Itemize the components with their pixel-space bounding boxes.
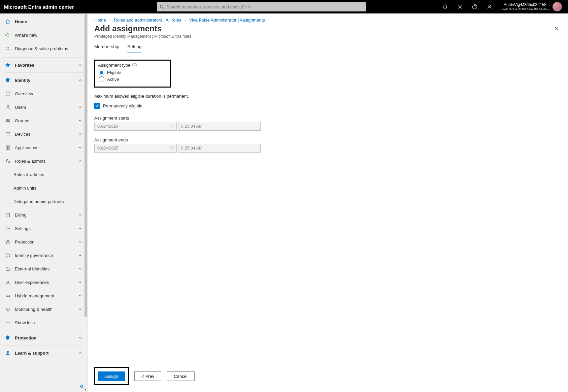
chevron-down-icon [78,105,82,109]
radio-eligible-input[interactable] [99,70,104,75]
breadcrumb-sep: › [107,18,112,23]
sidebar-subitem-admin-units[interactable]: Admin units [0,181,87,195]
breadcrumb-viva[interactable]: Viva Pulse Administrator | Assignments [189,18,265,23]
sidebar-item-home[interactable]: Home [0,15,87,28]
assignment-ends-label: Assignment ends [94,137,561,142]
sidebar-item-devices[interactable]: Devices [0,127,87,141]
sidebar-label: Users [15,105,78,110]
userexp-icon [5,279,11,285]
info-icon[interactable]: i [132,63,137,67]
sidebar-subitem-roles-admins[interactable]: Roles & admins [0,168,87,181]
assignment-type-highlight: Assignment type i Eligible Active [94,60,171,88]
sidebar-item-applications[interactable]: Applications [0,141,87,154]
scrollbar-thumb[interactable] [85,14,87,317]
sidebar-item-monitoring[interactable]: Monitoring & health [0,302,87,316]
sidebar-item-billing[interactable]: Billing [0,208,87,222]
tab-membership[interactable]: Membership [94,41,119,53]
device-icon [5,131,11,137]
svg-rect-17 [8,148,10,150]
chevron-down-icon [78,253,82,258]
chevron-down-icon [78,307,82,312]
apps-icon [5,144,11,151]
sidebar-label: Billing [15,213,78,218]
sidebar-item-overview[interactable]: Overview [0,87,87,100]
sidebar-item-learn[interactable]: Learn & support [0,346,87,360]
assignment-starts-label: Assignment starts [94,116,561,121]
radio-active-input[interactable] [99,76,104,82]
assignment-starts-time[interactable]: 8:25:04 AM [178,122,261,131]
sidebar-item-hybrid[interactable]: Hybrid management [0,289,87,302]
sidebar-collapse-button[interactable] [78,383,85,390]
chevron-down-icon [78,280,82,285]
search-wrap [88,2,436,11]
breadcrumb-home[interactable]: Home [94,18,106,23]
sidebar-subitem-delegated[interactable]: Delegated admin partners [0,195,87,208]
svg-rect-16 [6,148,7,150]
assignment-ends-date[interactable]: 06/24/2025 [94,144,177,153]
radio-active[interactable]: Active [99,76,167,82]
sidebar-item-whatsnew[interactable]: What's new [0,28,87,42]
radio-active-label: Active [107,77,119,82]
user-avatar [553,2,562,11]
sidebar-item-external[interactable]: External Identities [0,262,87,275]
sidebar-label: Protection [15,335,78,340]
sidebar-item-userexp[interactable]: User experiences [0,275,87,289]
chevron-down-icon [78,145,82,150]
checkbox-checked[interactable] [94,103,100,109]
chevron-up-icon [78,159,82,163]
assign-button[interactable]: Assign [98,371,125,381]
time-value: 8:25:04 AM [181,124,202,129]
sidebar-label: Identity governance [15,253,78,258]
sidebar-item-users[interactable]: Users [0,100,87,114]
svg-rect-15 [8,145,10,147]
sidebar-scrollbar[interactable]: ▼ [84,13,87,392]
global-search-input[interactable] [164,4,363,9]
svg-point-34 [7,351,9,353]
notifications-button[interactable] [438,0,452,13]
permanently-eligible-label: Permanently eligible [103,103,142,108]
sidebar-label: Admin units [13,186,82,191]
sidebar-item-idgov[interactable]: Identity governance [0,249,87,262]
chevron-up-icon [78,351,82,355]
radio-eligible[interactable]: Eligible [99,70,167,75]
sidebar-item-protection-sub[interactable]: Protection [0,235,87,249]
permanently-eligible-checkbox[interactable]: Permanently eligible [94,103,561,109]
sidebar-item-protection[interactable]: Protection [0,331,87,345]
sidebar-item-groups[interactable]: Groups [0,114,87,127]
page-more-button[interactable]: ⋯ [166,27,171,32]
prev-button[interactable]: < Prev [134,371,161,381]
sidebar-label: Devices [15,132,78,137]
close-icon [554,26,559,31]
global-search[interactable] [157,2,366,11]
assignment-starts-date[interactable]: 06/24/2024 [94,122,177,131]
close-button[interactable] [552,24,561,33]
tab-setting[interactable]: Setting [127,41,141,53]
assign-highlight: Assign [94,367,129,385]
sidebar-label: Diagnose & solve problems [15,46,82,51]
tabs: Membership Setting [88,41,568,54]
sidebar-label: Identity [15,78,78,83]
sidebar-item-diagnose[interactable]: Diagnose & solve problems [0,42,87,55]
sidebar-item-favorites[interactable]: Favorites [0,58,87,72]
date-value: 06/24/2024 [97,124,119,129]
assignment-type-text: Assignment type [98,63,130,68]
sidebar-item-showless[interactable]: Show less [0,316,87,329]
help-button[interactable] [468,0,481,13]
brand-title: Microsoft Entra admin center [4,4,88,10]
settings-button[interactable] [453,0,467,13]
breadcrumb-roles[interactable]: Roles and administrators | All roles [114,18,181,23]
breadcrumb-sep: › [182,18,188,23]
assignment-ends-time[interactable]: 8:25:04 AM [178,144,261,153]
sidebar-label: Protection [15,239,78,244]
sidebar-item-roles-admins[interactable]: Roles & admins [0,154,87,168]
megaphone-icon [5,32,11,38]
sidebar-item-identity[interactable]: Identity [0,73,87,87]
cancel-button[interactable]: Cancel [167,371,194,381]
sidebar-item-settings[interactable]: Settings [0,222,87,235]
svg-point-18 [6,159,8,161]
bell-icon [442,4,448,9]
feedback-button[interactable] [483,0,496,13]
user-account-menu[interactable]: AdeleV@M365x032158... CONTOSO (M365X0321… [498,2,564,11]
sidebar-label: Monitoring & health [15,307,78,312]
duration-hint: Maximum allowed eligible duration is per… [94,94,561,99]
